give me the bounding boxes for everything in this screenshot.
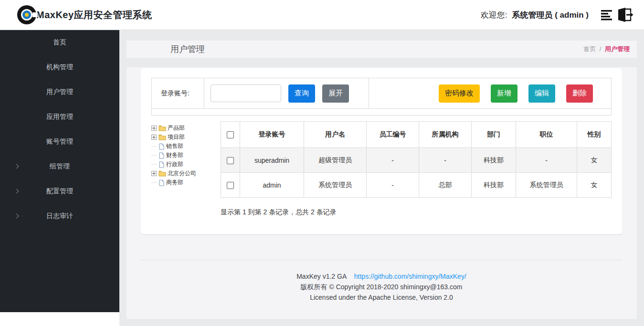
- breadcrumb-current: 用户管理: [605, 45, 630, 53]
- col-employee-no: 员工编号: [367, 122, 419, 148]
- tree-connector: [151, 155, 157, 156]
- footer-version: MaxKey v1.2 GA: [296, 273, 347, 280]
- sidebar-item-user-management[interactable]: 用户管理: [0, 80, 119, 105]
- tree-node-finance[interactable]: 财务部: [151, 151, 221, 160]
- query-button[interactable]: 查询: [288, 84, 315, 103]
- login-account-label: 登录账号:: [161, 89, 190, 98]
- cell-gender: 女: [577, 173, 612, 198]
- app-title: MaxKey应用安全管理系统: [36, 9, 152, 21]
- sidebar-item-label: 机构管理: [46, 63, 73, 72]
- col-login-account: 登录账号: [240, 122, 304, 148]
- table-row[interactable]: admin 系统管理员 - 总部 科技部 系统管理员 女: [221, 173, 612, 198]
- sidebar-item-label: 组管理: [50, 162, 70, 171]
- sidebar-item-label: 账号管理: [46, 137, 73, 146]
- brand: MaxKey应用安全管理系统: [17, 5, 152, 24]
- col-username: 用户名: [304, 122, 367, 148]
- search-toolbar: 登录账号: 查询 展开 密码修改 新增 编辑 删除: [151, 78, 612, 109]
- sidebar-item-label: 首页: [53, 38, 66, 47]
- sidebar-item-org-management[interactable]: 机构管理: [0, 55, 119, 80]
- sidebar-item-app-management[interactable]: 应用管理: [0, 105, 119, 129]
- cell-login-account: admin: [240, 173, 304, 198]
- file-icon: [158, 152, 165, 159]
- sidebar-item-account-management[interactable]: 账号管理: [0, 129, 119, 154]
- table-header-row: 登录账号 用户名 员工编号 所属机构 部门 职位 性别: [221, 122, 612, 148]
- cell-username: 超级管理员: [304, 148, 367, 173]
- pagination-info: 显示第 1 到第 2 条记录，总共 2 条记录: [221, 208, 612, 217]
- folder-icon: [158, 125, 166, 131]
- expand-plus-icon[interactable]: [151, 171, 157, 176]
- cell-position: 系统管理员: [516, 173, 577, 198]
- file-icon: [158, 179, 165, 186]
- sidebar-item-label: 用户管理: [46, 88, 73, 96]
- footer-github-link[interactable]: https://github.com/shimingxy/MaxKey/: [354, 273, 466, 280]
- sidebar-item-label: 日志审计: [46, 212, 73, 221]
- tree-connector: [151, 182, 157, 183]
- user-management-card: 登录账号: 查询 展开 密码修改 新增 编辑 删除: [141, 68, 622, 234]
- content-panel: 登录账号: 查询 展开 密码修改 新增 编辑 删除: [127, 67, 637, 319]
- breadcrumb: 首页 / 用户管理: [583, 45, 630, 53]
- cell-department: 科技部: [472, 148, 516, 173]
- login-account-input[interactable]: [211, 84, 281, 102]
- delete-button[interactable]: 删除: [566, 84, 593, 103]
- sidebar-item-group-management[interactable]: 组管理: [0, 154, 119, 179]
- sidebar-item-label: 应用管理: [46, 113, 73, 121]
- advanced-search-collapsed: [151, 109, 612, 116]
- chevron-right-icon: [14, 214, 19, 219]
- select-all-checkbox[interactable]: [227, 131, 234, 138]
- logo-yellow-dot: [25, 13, 29, 17]
- tree-node-business-dept[interactable]: 商务部: [151, 178, 221, 187]
- col-gender: 性别: [577, 122, 612, 148]
- chevron-right-icon: [14, 164, 19, 169]
- cell-employee-no: -: [367, 148, 419, 173]
- table-row[interactable]: superadmin 超级管理员 - - 科技部 - 女: [221, 148, 612, 173]
- row-checkbox[interactable]: [227, 157, 234, 164]
- expand-plus-icon[interactable]: [151, 126, 157, 131]
- col-position: 职位: [516, 122, 577, 148]
- main-content: 用户管理 首页 / 用户管理 登录账号: 查询 展开 密码修改 新增: [119, 30, 644, 326]
- sidebar-item-home[interactable]: 首页: [0, 30, 119, 55]
- sidebar-nav: 首页 机构管理 用户管理 应用管理 账号管理 组管理 配置管理 日志审计: [0, 30, 119, 312]
- cell-organization: 总部: [419, 173, 472, 198]
- change-password-button[interactable]: 密码修改: [439, 84, 480, 103]
- tree-node-product[interactable]: 产品部: [151, 124, 221, 133]
- menu-list-icon[interactable]: [600, 8, 613, 21]
- page-title: 用户管理: [170, 43, 205, 55]
- logout-icon[interactable]: [616, 7, 633, 22]
- page-header-bar: 用户管理 首页 / 用户管理: [127, 41, 637, 58]
- cell-gender: 女: [577, 148, 612, 173]
- expand-button[interactable]: 展开: [322, 84, 349, 103]
- folder-icon: [158, 134, 166, 140]
- logo-c-gap: [32, 12, 38, 17]
- chevron-right-icon: [14, 189, 19, 194]
- expand-plus-icon[interactable]: [151, 135, 157, 140]
- tree-connector: [151, 164, 157, 165]
- org-tree: 产品部 项目部: [151, 121, 221, 217]
- cell-position: -: [516, 148, 577, 173]
- add-button[interactable]: 新增: [491, 84, 517, 103]
- tree-node-admin-dept[interactable]: 行政部: [151, 160, 221, 169]
- edit-button[interactable]: 编辑: [528, 84, 555, 103]
- breadcrumb-home-link[interactable]: 首页: [583, 45, 596, 53]
- cell-username: 系统管理员: [304, 173, 367, 198]
- sidebar-item-label: 配置管理: [46, 187, 73, 196]
- cell-login-account: superadmin: [240, 148, 304, 173]
- folder-icon: [158, 170, 166, 177]
- tree-node-beijing-branch[interactable]: 北京分公司: [151, 169, 221, 178]
- file-icon: [158, 161, 165, 168]
- header-right: 欢迎您: 系统管理员 ( admin ): [481, 7, 633, 22]
- tree-node-sales[interactable]: 销售部: [151, 142, 221, 151]
- footer-copyright: 版权所有 © Copyright 2018-2020 shimingxy@163…: [141, 282, 622, 292]
- cell-department: 科技部: [472, 173, 516, 198]
- sidebar-item-config-management[interactable]: 配置管理: [0, 179, 119, 204]
- cell-organization: -: [419, 148, 472, 173]
- col-department: 部门: [472, 122, 516, 148]
- users-table: 登录账号 用户名 员工编号 所属机构 部门 职位 性别 superadmin 超…: [221, 121, 612, 217]
- top-header: MaxKey应用安全管理系统 欢迎您: 系统管理员 ( admin ): [0, 0, 644, 30]
- breadcrumb-separator: /: [600, 45, 602, 53]
- row-checkbox[interactable]: [227, 182, 234, 189]
- page-footer: MaxKey v1.2 GA https://github.com/shimin…: [141, 272, 622, 303]
- tree-node-project[interactable]: 项目部: [151, 133, 221, 142]
- sidebar-item-log-audit[interactable]: 日志审计: [0, 204, 119, 229]
- footer-divider: [141, 260, 622, 260]
- col-organization: 所属机构: [419, 122, 472, 148]
